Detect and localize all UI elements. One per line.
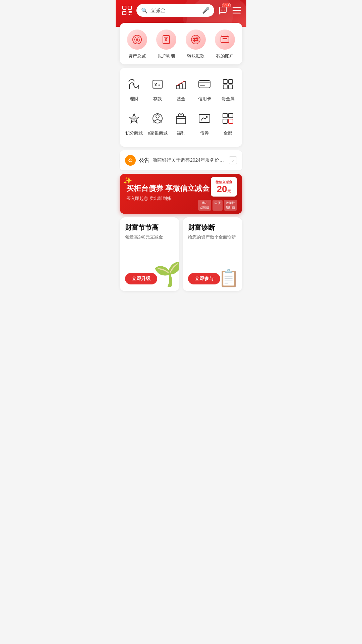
deposit-icon: ¥ « — [149, 76, 166, 93]
service-ejia[interactable]: e家银商城 — [146, 107, 169, 139]
ejia-label: e家银商城 — [147, 130, 167, 136]
svg-rect-30 — [176, 86, 179, 89]
svg-rect-32 — [183, 82, 186, 89]
svg-rect-0 — [123, 6, 126, 9]
svg-rect-31 — [180, 84, 182, 89]
gold-label: 贵金属 — [222, 96, 235, 102]
service-gold[interactable]: 贵金属 — [216, 73, 240, 105]
sprout-icon: 🌱 — [154, 260, 179, 288]
card-wealth-growth-title: 财富节节高 — [125, 223, 174, 231]
fund-label: 基金 — [177, 96, 185, 102]
message-badge: 99+ — [222, 3, 231, 7]
notice-arrow-icon[interactable]: › — [229, 156, 237, 164]
svg-rect-22 — [221, 37, 229, 43]
quick-item-myaccount[interactable]: 我的账户 — [210, 30, 240, 59]
service-welfare[interactable]: 福利 — [169, 107, 193, 139]
welfare-label: 福利 — [177, 130, 185, 136]
credit-label: 信用卡 — [198, 96, 211, 102]
service-deposit[interactable]: ¥ « 存款 — [146, 73, 169, 105]
svg-rect-1 — [128, 6, 131, 9]
myaccount-label: 我的账户 — [216, 53, 234, 59]
service-fund[interactable]: 基金 — [169, 73, 193, 105]
deposit-label: 存款 — [153, 96, 162, 102]
service-bond[interactable]: 债券 — [193, 107, 216, 139]
bond-label: 债券 — [200, 130, 209, 136]
card-wealth-diagnosis-subtitle: 给您的资产做个全面诊断 — [188, 234, 237, 240]
detail-icon: ¥ — [156, 30, 176, 50]
quick-item-transfer[interactable]: 转账汇款 — [181, 30, 210, 59]
svg-rect-33 — [199, 80, 210, 88]
svg-rect-39 — [229, 85, 233, 89]
quick-item-detail[interactable]: ¥ 账户明细 — [152, 30, 181, 59]
svg-text:¥: ¥ — [155, 82, 157, 87]
notice-icon: 公 — [125, 155, 136, 166]
ejia-icon — [149, 110, 166, 127]
svg-point-17 — [136, 39, 138, 41]
assets-icon — [127, 30, 147, 50]
fund-icon — [173, 76, 189, 93]
detail-label: 账户明细 — [158, 53, 175, 59]
points-icon — [126, 110, 142, 127]
mic-icon[interactable]: 🎤 — [202, 7, 209, 14]
svg-rect-46 — [223, 113, 227, 118]
search-input-value: 立减金 — [150, 7, 199, 14]
wealth-growth-button[interactable]: 立即升级 — [125, 273, 157, 284]
welfare-icon — [173, 110, 189, 127]
assets-label: 资产总览 — [128, 53, 146, 59]
card-wealth-growth: 财富节节高 领最高240元立减金 立即升级 🌱 — [120, 217, 179, 291]
transfer-label: 转账汇款 — [187, 53, 204, 59]
card-wealth-diagnosis: 财富诊断 给您的资产做个全面诊断 立即参与 📋 — [183, 217, 242, 291]
svg-rect-23 — [223, 38, 227, 39]
service-points[interactable]: 积分商城 — [122, 107, 146, 139]
wealth-diagnosis-button[interactable]: 立即参与 — [188, 273, 220, 284]
quick-access-panel: 资产总览 ¥ 账户明细 转账汇款 — [120, 23, 242, 64]
svg-text:¥: ¥ — [165, 37, 167, 42]
notice-tag: 公告 — [139, 157, 149, 164]
notice-bar[interactable]: 公 公告 浙商银行关于调整2024年服务价格... › — [120, 150, 242, 170]
service-wealth[interactable]: ¥ 理财 — [122, 73, 146, 105]
svg-point-10 — [223, 10, 223, 10]
svg-point-11 — [224, 10, 225, 10]
header-right: 99+ — [218, 5, 241, 16]
notice-icon-letter: 公 — [128, 158, 132, 163]
notice-text: 浙商银行关于调整2024年服务价格... — [153, 157, 226, 163]
svg-text:¥: ¥ — [132, 82, 135, 86]
all-label: 全部 — [224, 130, 232, 136]
menu-button[interactable] — [232, 7, 241, 14]
firework-icon: ✨ — [123, 176, 132, 185]
svg-rect-2 — [123, 11, 126, 15]
promotion-banner[interactable]: ✨ 买柜台债券 享微信立减金 买入即起息 卖出即到账 微信立减金 20 元 地方… — [120, 174, 242, 214]
services-panel: ¥ 理财 ¥ « 存款 — [120, 68, 242, 147]
points-label: 积分商城 — [125, 130, 143, 136]
coupon-unit: 元 — [227, 188, 231, 194]
service-credit[interactable]: 信用卡 — [193, 73, 216, 105]
bond-icon — [196, 110, 213, 127]
svg-rect-47 — [229, 113, 233, 118]
search-icon: 🔍 — [141, 7, 148, 14]
svg-point-9 — [221, 10, 222, 10]
tag-policy-bond: 政策性银行债 — [224, 200, 237, 211]
scan-icon[interactable] — [121, 4, 133, 16]
svg-point-41 — [156, 115, 159, 118]
service-all[interactable]: 全部 — [216, 107, 240, 139]
bottom-cards-row: 财富节节高 领最高240元立减金 立即升级 🌱 财富诊断 给您的资产做个全面诊断… — [120, 217, 242, 291]
svg-rect-49 — [229, 119, 233, 123]
banner-coupon: 微信立减金 20 元 地方政府债 国债 政策性银行债 — [198, 177, 237, 211]
svg-point-21 — [191, 35, 200, 44]
coupon-amount: 20 — [217, 184, 227, 194]
svg-rect-48 — [223, 119, 227, 123]
quick-item-assets[interactable]: 资产总览 — [122, 30, 152, 59]
all-icon — [220, 110, 236, 127]
search-bar[interactable]: 🔍 立减金 🎤 — [136, 4, 214, 17]
svg-rect-36 — [223, 79, 227, 84]
svg-text:«: « — [158, 83, 160, 87]
wealth-icon: ¥ — [126, 76, 142, 93]
svg-rect-37 — [229, 79, 233, 84]
tag-national-bond: 国债 — [213, 200, 223, 211]
wealth-label: 理财 — [130, 96, 138, 102]
myaccount-icon — [215, 30, 235, 50]
services-row-1: ¥ 理财 ¥ « 存款 — [122, 73, 240, 105]
svg-rect-38 — [223, 85, 227, 89]
message-button[interactable]: 99+ — [218, 5, 228, 16]
card-wealth-growth-subtitle: 领最高240元立减金 — [125, 234, 174, 240]
